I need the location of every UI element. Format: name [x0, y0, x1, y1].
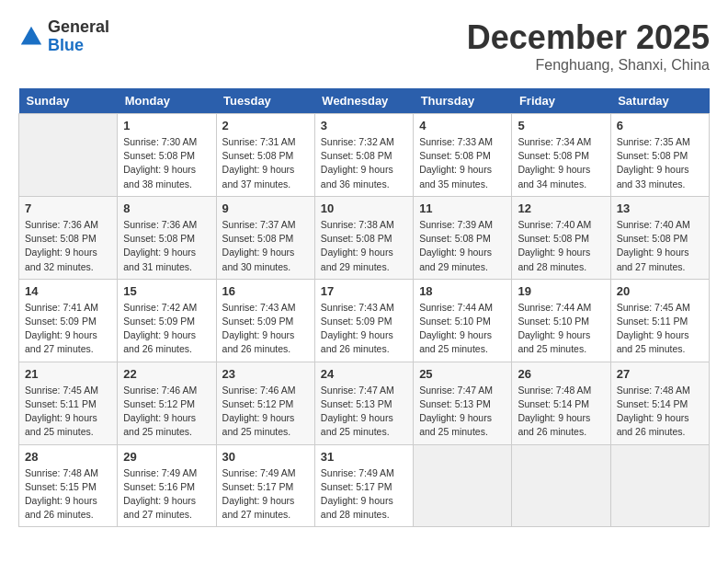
day-number: 21: [25, 367, 111, 381]
day-number: 27: [617, 367, 703, 381]
day-info: Sunrise: 7:48 AM Sunset: 5:15 PM Dayligh…: [25, 466, 111, 523]
calendar-cell: 13Sunrise: 7:40 AM Sunset: 5:08 PM Dayli…: [610, 196, 709, 279]
day-number: 2: [222, 119, 309, 132]
day-number: 6: [617, 119, 703, 132]
calendar-cell: 15Sunrise: 7:42 AM Sunset: 5:09 PM Dayli…: [118, 279, 216, 362]
month-title: December 2025: [467, 18, 710, 57]
day-number: 8: [123, 201, 210, 215]
calendar-cell: 25Sunrise: 7:47 AM Sunset: 5:13 PM Dayli…: [414, 362, 512, 444]
day-number: 25: [419, 367, 506, 381]
day-info: Sunrise: 7:35 AM Sunset: 5:08 PM Dayligh…: [617, 135, 703, 191]
calendar-cell: 27Sunrise: 7:48 AM Sunset: 5:14 PM Dayli…: [610, 362, 709, 444]
day-number: 28: [25, 450, 111, 464]
day-number: 19: [518, 284, 604, 298]
calendar-cell: [512, 444, 610, 527]
calendar-day-header: Thursday: [414, 88, 512, 114]
calendar-cell: 1Sunrise: 7:30 AM Sunset: 5:08 PM Daylig…: [118, 114, 216, 197]
calendar-cell: 18Sunrise: 7:44 AM Sunset: 5:10 PM Dayli…: [414, 279, 512, 362]
calendar-cell: 23Sunrise: 7:46 AM Sunset: 5:12 PM Dayli…: [216, 362, 314, 444]
calendar-cell: 14Sunrise: 7:41 AM Sunset: 5:09 PM Dayli…: [19, 279, 118, 362]
day-number: 17: [321, 284, 407, 298]
page-header: General Blue December 2025 Fenghuang, Sh…: [18, 18, 710, 74]
day-info: Sunrise: 7:41 AM Sunset: 5:09 PM Dayligh…: [25, 301, 111, 357]
calendar-cell: 31Sunrise: 7:49 AM Sunset: 5:17 PM Dayli…: [314, 444, 413, 527]
calendar-cell: 8Sunrise: 7:36 AM Sunset: 5:08 PM Daylig…: [118, 196, 216, 279]
day-info: Sunrise: 7:46 AM Sunset: 5:12 PM Dayligh…: [222, 384, 309, 440]
calendar-cell: 24Sunrise: 7:47 AM Sunset: 5:13 PM Dayli…: [314, 362, 413, 444]
calendar-cell: 6Sunrise: 7:35 AM Sunset: 5:08 PM Daylig…: [610, 114, 709, 197]
day-number: 30: [222, 450, 309, 464]
calendar-cell: 16Sunrise: 7:43 AM Sunset: 5:09 PM Dayli…: [216, 279, 314, 362]
calendar-table: SundayMondayTuesdayWednesdayThursdayFrid…: [18, 88, 710, 527]
calendar-cell: [414, 444, 512, 527]
day-number: 26: [518, 367, 604, 381]
day-info: Sunrise: 7:46 AM Sunset: 5:12 PM Dayligh…: [123, 384, 210, 440]
day-info: Sunrise: 7:48 AM Sunset: 5:14 PM Dayligh…: [518, 384, 604, 440]
day-info: Sunrise: 7:40 AM Sunset: 5:08 PM Dayligh…: [617, 218, 703, 274]
day-number: 22: [123, 367, 210, 381]
day-number: 14: [25, 284, 111, 298]
day-info: Sunrise: 7:49 AM Sunset: 5:16 PM Dayligh…: [123, 466, 210, 523]
calendar-cell: 17Sunrise: 7:43 AM Sunset: 5:09 PM Dayli…: [314, 279, 413, 362]
calendar-week-row: 14Sunrise: 7:41 AM Sunset: 5:09 PM Dayli…: [19, 279, 710, 362]
calendar-week-row: 21Sunrise: 7:45 AM Sunset: 5:11 PM Dayli…: [19, 362, 710, 444]
day-info: Sunrise: 7:47 AM Sunset: 5:13 PM Dayligh…: [419, 384, 506, 440]
day-info: Sunrise: 7:48 AM Sunset: 5:14 PM Dayligh…: [617, 384, 703, 440]
calendar-cell: 20Sunrise: 7:45 AM Sunset: 5:11 PM Dayli…: [610, 279, 709, 362]
calendar-cell: 21Sunrise: 7:45 AM Sunset: 5:11 PM Dayli…: [19, 362, 118, 444]
day-info: Sunrise: 7:42 AM Sunset: 5:09 PM Dayligh…: [123, 301, 210, 357]
day-info: Sunrise: 7:44 AM Sunset: 5:10 PM Dayligh…: [518, 301, 604, 357]
day-info: Sunrise: 7:36 AM Sunset: 5:08 PM Dayligh…: [123, 218, 210, 274]
day-number: 9: [222, 201, 309, 215]
calendar-cell: 19Sunrise: 7:44 AM Sunset: 5:10 PM Dayli…: [512, 279, 610, 362]
logo-text: General Blue: [48, 18, 109, 55]
calendar-day-header: Friday: [512, 88, 610, 114]
day-info: Sunrise: 7:47 AM Sunset: 5:13 PM Dayligh…: [321, 384, 407, 440]
day-number: 11: [419, 201, 506, 215]
calendar-week-row: 1Sunrise: 7:30 AM Sunset: 5:08 PM Daylig…: [19, 114, 710, 197]
day-number: 20: [617, 284, 703, 298]
calendar-day-header: Saturday: [610, 88, 709, 114]
calendar-day-header: Sunday: [19, 88, 118, 114]
day-info: Sunrise: 7:31 AM Sunset: 5:08 PM Dayligh…: [222, 135, 309, 191]
day-number: 7: [25, 201, 111, 215]
day-info: Sunrise: 7:33 AM Sunset: 5:08 PM Dayligh…: [419, 135, 506, 191]
day-info: Sunrise: 7:40 AM Sunset: 5:08 PM Dayligh…: [518, 218, 604, 274]
day-number: 18: [419, 284, 506, 298]
calendar-cell: 11Sunrise: 7:39 AM Sunset: 5:08 PM Dayli…: [414, 196, 512, 279]
day-info: Sunrise: 7:49 AM Sunset: 5:17 PM Dayligh…: [222, 466, 309, 523]
calendar-cell: 28Sunrise: 7:48 AM Sunset: 5:15 PM Dayli…: [19, 444, 118, 527]
logo: General Blue: [18, 18, 109, 55]
day-info: Sunrise: 7:43 AM Sunset: 5:09 PM Dayligh…: [321, 301, 407, 357]
day-info: Sunrise: 7:45 AM Sunset: 5:11 PM Dayligh…: [617, 301, 703, 357]
calendar-cell: 9Sunrise: 7:37 AM Sunset: 5:08 PM Daylig…: [216, 196, 314, 279]
day-info: Sunrise: 7:38 AM Sunset: 5:08 PM Dayligh…: [321, 218, 407, 274]
logo-icon: [18, 24, 44, 50]
day-number: 24: [321, 367, 407, 381]
calendar-cell: 2Sunrise: 7:31 AM Sunset: 5:08 PM Daylig…: [216, 114, 314, 197]
calendar-cell: 5Sunrise: 7:34 AM Sunset: 5:08 PM Daylig…: [512, 114, 610, 197]
day-number: 4: [419, 119, 506, 132]
calendar-cell: 3Sunrise: 7:32 AM Sunset: 5:08 PM Daylig…: [314, 114, 413, 197]
day-number: 13: [617, 201, 703, 215]
calendar-header-row: SundayMondayTuesdayWednesdayThursdayFrid…: [19, 88, 710, 114]
calendar-cell: 22Sunrise: 7:46 AM Sunset: 5:12 PM Dayli…: [118, 362, 216, 444]
calendar-cell: 30Sunrise: 7:49 AM Sunset: 5:17 PM Dayli…: [216, 444, 314, 527]
day-info: Sunrise: 7:43 AM Sunset: 5:09 PM Dayligh…: [222, 301, 309, 357]
calendar-day-header: Tuesday: [216, 88, 314, 114]
day-number: 29: [123, 450, 210, 464]
day-info: Sunrise: 7:36 AM Sunset: 5:08 PM Dayligh…: [25, 218, 111, 274]
day-number: 23: [222, 367, 309, 381]
day-number: 3: [321, 119, 407, 132]
day-number: 5: [518, 119, 604, 132]
calendar-week-row: 7Sunrise: 7:36 AM Sunset: 5:08 PM Daylig…: [19, 196, 710, 279]
calendar-day-header: Monday: [118, 88, 216, 114]
day-info: Sunrise: 7:45 AM Sunset: 5:11 PM Dayligh…: [25, 384, 111, 440]
day-number: 16: [222, 284, 309, 298]
calendar-cell: 10Sunrise: 7:38 AM Sunset: 5:08 PM Dayli…: [314, 196, 413, 279]
title-block: December 2025 Fenghuang, Shanxi, China: [467, 18, 710, 74]
calendar-day-header: Wednesday: [314, 88, 413, 114]
calendar-cell: 4Sunrise: 7:33 AM Sunset: 5:08 PM Daylig…: [414, 114, 512, 197]
location-subtitle: Fenghuang, Shanxi, China: [467, 57, 710, 74]
day-number: 31: [321, 450, 407, 464]
